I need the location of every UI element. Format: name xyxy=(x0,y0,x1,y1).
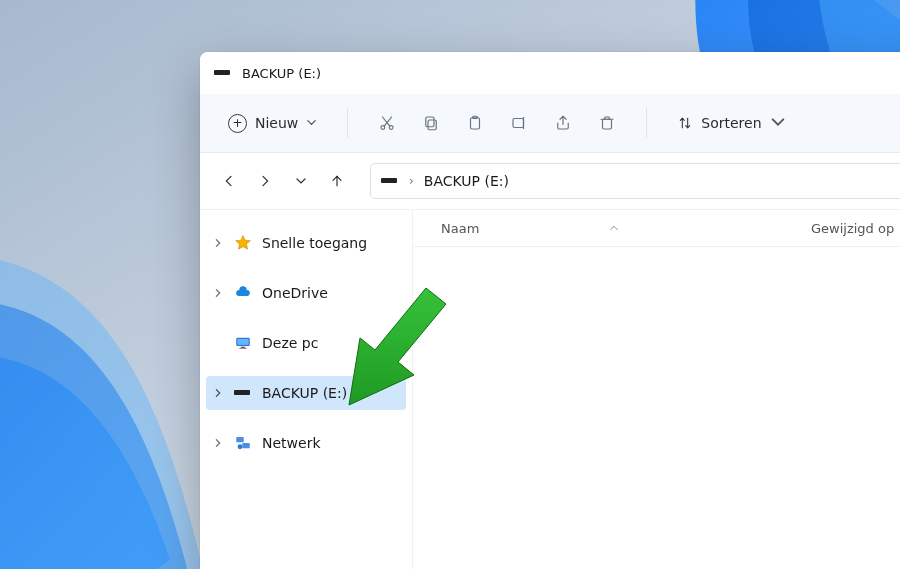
toolbar: + Nieuw xyxy=(200,94,900,153)
toolbar-divider xyxy=(646,108,647,138)
star-icon xyxy=(233,234,253,252)
svg-rect-1 xyxy=(214,70,230,75)
pc-icon xyxy=(233,334,253,352)
drive-icon xyxy=(233,384,253,402)
svg-rect-6 xyxy=(471,118,480,129)
chevron-down-icon xyxy=(770,114,786,133)
new-button[interactable]: + Nieuw xyxy=(218,109,327,138)
svg-rect-12 xyxy=(237,339,248,345)
svg-rect-17 xyxy=(242,443,250,448)
delete-button[interactable] xyxy=(588,104,626,142)
content-pane: Naam Gewijzigd op xyxy=(413,210,900,569)
file-list-empty[interactable] xyxy=(413,247,900,569)
svg-rect-5 xyxy=(426,117,434,127)
drive-icon xyxy=(214,68,232,78)
navigation-pane: Snelle toegang OneDrive Deze pc xyxy=(200,210,413,569)
sidebar-item-label: Deze pc xyxy=(262,335,318,351)
toolbar-divider xyxy=(347,108,348,138)
sort-button-label: Sorteren xyxy=(701,115,761,131)
sidebar-item-label: OneDrive xyxy=(262,285,328,301)
chevron-right-icon[interactable] xyxy=(212,438,224,448)
window-title: BACKUP (E:) xyxy=(242,66,321,81)
chevron-right-icon[interactable] xyxy=(212,238,224,248)
nav-back-button[interactable] xyxy=(212,164,246,198)
column-header-name[interactable]: Naam xyxy=(441,221,479,236)
file-explorer-window: BACKUP (E:) + Nieuw xyxy=(200,52,900,569)
copy-button[interactable] xyxy=(412,104,450,142)
paste-button[interactable] xyxy=(456,104,494,142)
svg-rect-9 xyxy=(603,119,612,129)
svg-rect-15 xyxy=(234,390,250,395)
breadcrumb-current[interactable]: BACKUP (E:) xyxy=(424,173,509,189)
share-button[interactable] xyxy=(544,104,582,142)
svg-rect-8 xyxy=(513,119,524,128)
svg-rect-16 xyxy=(236,437,244,442)
cut-button[interactable] xyxy=(368,104,406,142)
sidebar-item-quick-access[interactable]: Snelle toegang xyxy=(206,226,406,260)
network-icon xyxy=(233,434,253,452)
sidebar-item-this-pc[interactable]: Deze pc xyxy=(206,326,406,360)
breadcrumb-separator-icon: › xyxy=(409,174,414,188)
nav-forward-button[interactable] xyxy=(248,164,282,198)
sidebar-item-backup-drive[interactable]: BACKUP (E:) xyxy=(206,376,406,410)
svg-point-18 xyxy=(238,444,243,449)
chevron-right-icon[interactable] xyxy=(212,288,224,298)
rename-button[interactable] xyxy=(500,104,538,142)
address-bar[interactable]: › BACKUP (E:) xyxy=(370,163,900,199)
sidebar-item-network[interactable]: Netwerk xyxy=(206,426,406,460)
onedrive-icon xyxy=(233,284,253,302)
svg-rect-10 xyxy=(381,178,397,183)
drive-icon xyxy=(381,173,399,189)
sort-button[interactable]: Sorteren xyxy=(667,109,795,138)
plus-circle-icon: + xyxy=(228,114,247,133)
svg-rect-14 xyxy=(239,348,247,349)
sidebar-item-label: Netwerk xyxy=(262,435,321,451)
sort-ascending-icon xyxy=(609,221,619,236)
svg-rect-13 xyxy=(241,347,246,348)
column-headers: Naam Gewijzigd op xyxy=(413,210,900,247)
sidebar-item-label: Snelle toegang xyxy=(262,235,367,251)
navigation-bar: › BACKUP (E:) xyxy=(200,153,900,210)
nav-recent-button[interactable] xyxy=(284,164,318,198)
sidebar-item-onedrive[interactable]: OneDrive xyxy=(206,276,406,310)
column-header-modified[interactable]: Gewijzigd op xyxy=(811,221,894,236)
new-button-label: Nieuw xyxy=(255,115,298,131)
chevron-right-icon[interactable] xyxy=(212,388,224,398)
sidebar-item-label: BACKUP (E:) xyxy=(262,385,347,401)
nav-up-button[interactable] xyxy=(320,164,354,198)
titlebar[interactable]: BACKUP (E:) xyxy=(200,52,900,94)
chevron-down-icon xyxy=(306,115,317,131)
svg-rect-4 xyxy=(428,120,436,130)
